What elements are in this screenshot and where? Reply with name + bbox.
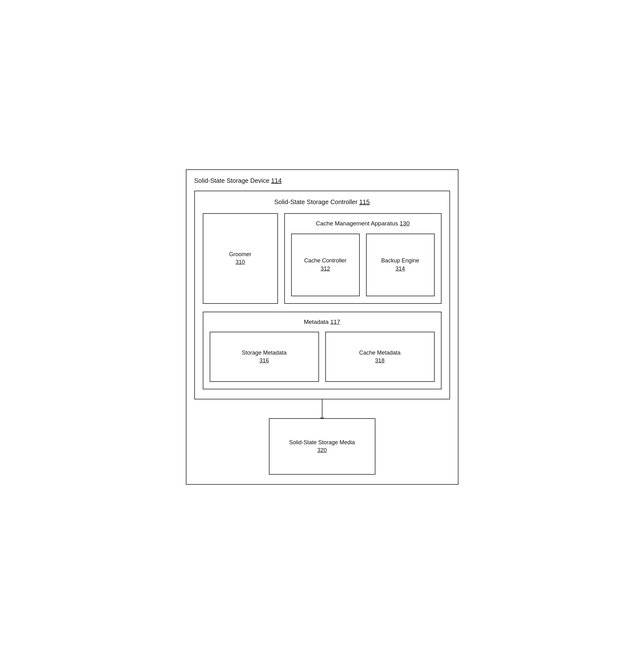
storage-media-320-label: Solid-State Storage Media 320 [289, 438, 355, 454]
connector-area [194, 400, 450, 418]
storage-media-label-number: 320 [289, 447, 355, 454]
cache-metadata-318-box: Cache Metadata 318 [325, 332, 435, 382]
metadata-label-number: 117 [330, 318, 340, 325]
metadata-117-label: Metadata 117 [210, 318, 435, 326]
top-row: Groomer 310 Cache Management Apparatus 1… [203, 213, 441, 304]
storage-media-320-box: Solid-State Storage Media 320 [269, 418, 375, 475]
storage-metadata-316-label: Storage Metadata 316 [242, 349, 286, 365]
cache-metadata-318-label: Cache Metadata 318 [359, 349, 400, 365]
cma-label-text: Cache Management Apparatus [316, 220, 398, 227]
controller-115-box: Solid-State Storage Controller 115 Groom… [194, 190, 450, 400]
storage-metadata-label-text: Storage Metadata [242, 349, 286, 357]
backup-engine-314-box: Backup Engine 314 [366, 233, 435, 296]
cache-controller-label-text: Cache Controller [304, 257, 346, 265]
groomer-label-text: Groomer [229, 250, 251, 258]
device-label-text: Solid-State Storage Device [194, 177, 270, 184]
backup-engine-label-number: 314 [381, 265, 419, 273]
metadata-117-box: Metadata 117 Storage Metadata 316 Cache … [203, 312, 441, 390]
device-label-number: 114 [271, 177, 281, 184]
device-114-label: Solid-State Storage Device 114 [194, 176, 450, 185]
storage-metadata-316-box: Storage Metadata 316 [210, 332, 319, 382]
metadata-inner-row: Storage Metadata 316 Cache Metadata 318 [210, 332, 435, 382]
cma-130-box: Cache Management Apparatus 130 Cache Con… [284, 213, 441, 304]
storage-media-label-text: Solid-State Storage Media [289, 438, 355, 447]
groomer-label-number: 310 [229, 258, 251, 266]
cma-130-label: Cache Management Apparatus 130 [291, 220, 435, 228]
cma-label-number: 130 [399, 220, 410, 227]
cache-metadata-label-number: 318 [359, 357, 400, 365]
diagram-container: Solid-State Storage Device 114 Solid-Sta… [173, 157, 471, 497]
device-114-box: Solid-State Storage Device 114 Solid-Sta… [186, 169, 458, 485]
cache-controller-312-label: Cache Controller 312 [304, 257, 346, 272]
controller-label-text: Solid-State Storage Controller [274, 199, 358, 205]
connector-line [322, 400, 322, 418]
cache-controller-312-box: Cache Controller 312 [291, 233, 360, 296]
controller-label-number: 115 [359, 199, 369, 205]
backup-engine-label-text: Backup Engine [381, 257, 419, 265]
groomer-310-box: Groomer 310 [203, 213, 278, 304]
storage-metadata-label-number: 316 [242, 357, 286, 365]
metadata-label-text: Metadata [304, 318, 328, 325]
cache-metadata-label-text: Cache Metadata [359, 349, 400, 357]
cma-inner-row: Cache Controller 312 Backup Engine 314 [291, 233, 435, 296]
controller-115-label: Solid-State Storage Controller 115 [203, 198, 441, 206]
cache-controller-label-number: 312 [304, 265, 346, 273]
backup-engine-314-label: Backup Engine 314 [381, 257, 419, 272]
groomer-310-label: Groomer 310 [229, 250, 251, 266]
